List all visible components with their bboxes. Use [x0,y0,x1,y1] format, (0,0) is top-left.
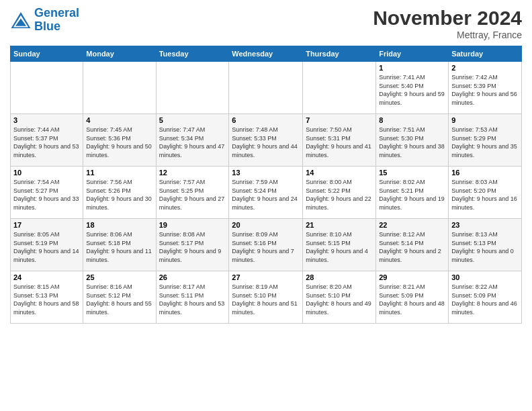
title-section: November 2024 Mettray, France [373,7,522,40]
logo-icon [10,11,32,30]
day-info: Sunrise: 8:09 AM Sunset: 5:16 PM Dayligh… [232,230,300,264]
day-number: 18 [86,221,152,229]
day-number: 16 [451,169,519,177]
day-number: 9 [451,116,519,124]
day-number: 11 [86,169,152,177]
day-info: Sunrise: 8:12 AM Sunset: 5:14 PM Dayligh… [379,230,445,264]
logo: General Blue [10,7,79,34]
calendar-cell: 15Sunrise: 8:02 AM Sunset: 5:21 PM Dayli… [376,167,449,219]
calendar-cell [303,62,376,114]
calendar-cell: 23Sunrise: 8:13 AM Sunset: 5:13 PM Dayli… [449,219,522,271]
calendar-cell: 11Sunrise: 7:56 AM Sunset: 5:26 PM Dayli… [83,167,156,219]
day-number: 24 [13,273,80,281]
day-number: 23 [451,221,519,229]
day-number: 27 [232,273,300,281]
header: General Blue November 2024 Mettray, Fran… [10,7,522,40]
calendar-cell: 5Sunrise: 7:47 AM Sunset: 5:34 PM Daylig… [156,114,229,167]
day-info: Sunrise: 8:06 AM Sunset: 5:18 PM Dayligh… [86,230,152,264]
weekday-header: Friday [376,46,449,62]
day-info: Sunrise: 8:10 AM Sunset: 5:15 PM Dayligh… [306,230,373,264]
day-info: Sunrise: 8:05 AM Sunset: 5:19 PM Dayligh… [13,230,80,264]
calendar-cell: 10Sunrise: 7:54 AM Sunset: 5:27 PM Dayli… [11,167,83,219]
calendar-cell: 17Sunrise: 8:05 AM Sunset: 5:19 PM Dayli… [11,219,83,271]
calendar-cell: 27Sunrise: 8:19 AM Sunset: 5:10 PM Dayli… [229,271,303,324]
day-number: 13 [232,169,300,177]
calendar: SundayMondayTuesdayWednesdayThursdayFrid… [10,46,522,324]
calendar-cell: 28Sunrise: 8:20 AM Sunset: 5:10 PM Dayli… [303,271,376,324]
day-number: 12 [159,169,226,177]
calendar-cell: 20Sunrise: 8:09 AM Sunset: 5:16 PM Dayli… [229,219,303,271]
calendar-week: 1Sunrise: 7:41 AM Sunset: 5:40 PM Daylig… [11,62,522,114]
calendar-cell: 30Sunrise: 8:22 AM Sunset: 5:09 PM Dayli… [449,271,522,324]
day-info: Sunrise: 7:45 AM Sunset: 5:36 PM Dayligh… [86,126,152,159]
day-info: Sunrise: 8:16 AM Sunset: 5:12 PM Dayligh… [86,283,152,316]
weekday-header: Thursday [303,46,376,62]
day-info: Sunrise: 8:03 AM Sunset: 5:20 PM Dayligh… [451,178,519,212]
day-info: Sunrise: 7:41 AM Sunset: 5:40 PM Dayligh… [379,73,445,107]
calendar-cell: 4Sunrise: 7:45 AM Sunset: 5:36 PM Daylig… [83,114,156,167]
day-info: Sunrise: 8:02 AM Sunset: 5:21 PM Dayligh… [379,178,445,212]
calendar-cell [229,62,303,114]
calendar-cell: 13Sunrise: 7:59 AM Sunset: 5:24 PM Dayli… [229,167,303,219]
weekday-header: Sunday [11,46,83,62]
page: General Blue November 2024 Mettray, Fran… [0,0,532,411]
day-number: 14 [306,169,373,177]
weekday-header: Tuesday [156,46,229,62]
weekday-header: Saturday [449,46,522,62]
day-info: Sunrise: 7:51 AM Sunset: 5:30 PM Dayligh… [379,126,445,159]
calendar-cell: 21Sunrise: 8:10 AM Sunset: 5:15 PM Dayli… [303,219,376,271]
day-number: 29 [379,273,445,281]
calendar-cell: 25Sunrise: 8:16 AM Sunset: 5:12 PM Dayli… [83,271,156,324]
day-number: 21 [306,221,373,229]
calendar-cell: 2Sunrise: 7:42 AM Sunset: 5:39 PM Daylig… [449,62,522,114]
day-number: 1 [379,64,445,72]
day-info: Sunrise: 7:54 AM Sunset: 5:27 PM Dayligh… [13,178,80,212]
calendar-body: 1Sunrise: 7:41 AM Sunset: 5:40 PM Daylig… [11,62,522,324]
day-number: 30 [451,273,519,281]
calendar-cell [11,62,83,114]
calendar-cell: 9Sunrise: 7:53 AM Sunset: 5:29 PM Daylig… [449,114,522,167]
day-info: Sunrise: 8:13 AM Sunset: 5:13 PM Dayligh… [451,230,519,264]
day-info: Sunrise: 7:44 AM Sunset: 5:37 PM Dayligh… [13,126,80,159]
day-number: 15 [379,169,445,177]
day-number: 6 [232,116,300,124]
calendar-cell [156,62,229,114]
day-info: Sunrise: 8:17 AM Sunset: 5:11 PM Dayligh… [159,283,226,316]
calendar-cell: 14Sunrise: 8:00 AM Sunset: 5:22 PM Dayli… [303,167,376,219]
calendar-week: 3Sunrise: 7:44 AM Sunset: 5:37 PM Daylig… [11,114,522,167]
calendar-cell: 26Sunrise: 8:17 AM Sunset: 5:11 PM Dayli… [156,271,229,324]
calendar-cell: 19Sunrise: 8:08 AM Sunset: 5:17 PM Dayli… [156,219,229,271]
location: Mettray, France [373,30,522,40]
logo-line1: General [34,6,79,19]
calendar-cell: 29Sunrise: 8:21 AM Sunset: 5:09 PM Dayli… [376,271,449,324]
day-info: Sunrise: 7:47 AM Sunset: 5:34 PM Dayligh… [159,126,226,159]
day-number: 25 [86,273,152,281]
logo-text: General Blue [34,7,79,34]
calendar-cell: 12Sunrise: 7:57 AM Sunset: 5:25 PM Dayli… [156,167,229,219]
day-info: Sunrise: 8:15 AM Sunset: 5:13 PM Dayligh… [13,283,80,316]
day-number: 5 [159,116,226,124]
calendar-week: 24Sunrise: 8:15 AM Sunset: 5:13 PM Dayli… [11,271,522,324]
day-info: Sunrise: 8:20 AM Sunset: 5:10 PM Dayligh… [306,283,373,316]
calendar-cell: 6Sunrise: 7:48 AM Sunset: 5:33 PM Daylig… [229,114,303,167]
day-info: Sunrise: 8:19 AM Sunset: 5:10 PM Dayligh… [232,283,300,316]
day-info: Sunrise: 7:57 AM Sunset: 5:25 PM Dayligh… [159,178,226,212]
day-info: Sunrise: 7:48 AM Sunset: 5:33 PM Dayligh… [232,126,300,159]
calendar-cell: 16Sunrise: 8:03 AM Sunset: 5:20 PM Dayli… [449,167,522,219]
day-number: 7 [306,116,373,124]
day-info: Sunrise: 7:42 AM Sunset: 5:39 PM Dayligh… [451,73,519,107]
day-number: 17 [13,221,80,229]
day-number: 22 [379,221,445,229]
calendar-header: SundayMondayTuesdayWednesdayThursdayFrid… [11,46,522,62]
day-number: 20 [232,221,300,229]
calendar-cell: 8Sunrise: 7:51 AM Sunset: 5:30 PM Daylig… [376,114,449,167]
day-info: Sunrise: 7:56 AM Sunset: 5:26 PM Dayligh… [86,178,152,212]
calendar-cell: 22Sunrise: 8:12 AM Sunset: 5:14 PM Dayli… [376,219,449,271]
day-number: 26 [159,273,226,281]
calendar-cell: 3Sunrise: 7:44 AM Sunset: 5:37 PM Daylig… [11,114,83,167]
logo-line2: Blue [34,19,60,33]
day-info: Sunrise: 8:21 AM Sunset: 5:09 PM Dayligh… [379,283,445,316]
day-number: 19 [159,221,226,229]
day-number: 4 [86,116,152,124]
day-info: Sunrise: 8:00 AM Sunset: 5:22 PM Dayligh… [306,178,373,212]
